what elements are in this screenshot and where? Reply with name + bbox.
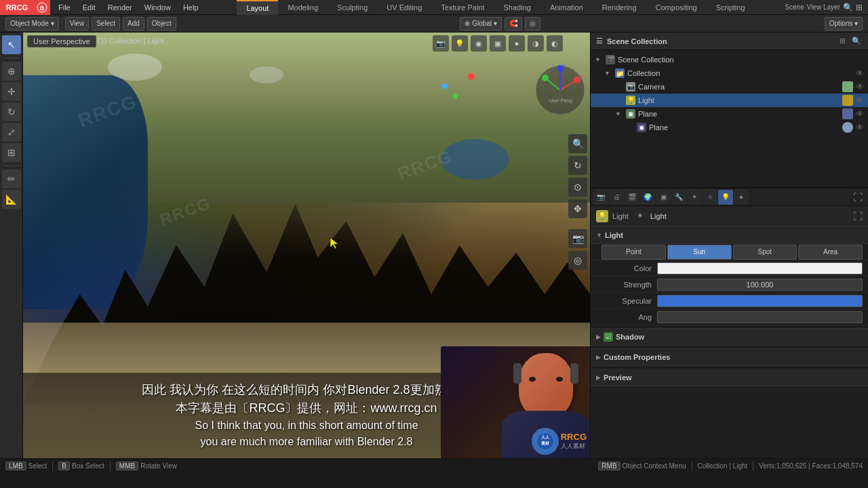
right-tool-vr[interactable]: ◎ bbox=[568, 251, 587, 270]
props-tab-scene[interactable]: 🎬 bbox=[625, 190, 639, 205]
props-panel-expand[interactable]: ⛶ bbox=[850, 190, 865, 205]
gizmo-shading-wire[interactable]: ▣ bbox=[490, 35, 506, 52]
menu-help[interactable]: Help bbox=[178, 2, 204, 13]
tool-measure[interactable]: 📐 bbox=[2, 190, 21, 209]
light-type-spot[interactable]: Spot bbox=[733, 245, 797, 260]
outliner-item-scene-collection[interactable]: ▼ 🎬 Scene Collection bbox=[591, 53, 868, 66]
proportional-toggle[interactable]: ◎ bbox=[525, 17, 540, 30]
status-box-key[interactable]: B bbox=[58, 462, 70, 470]
props-tab-modifiers[interactable]: 🔧 bbox=[671, 190, 686, 205]
right-tool-orbit[interactable]: ⊙ bbox=[568, 178, 587, 197]
props-section-preview-header[interactable]: ▶ Preview bbox=[591, 369, 868, 386]
props-tab-world[interactable]: 🌍 bbox=[640, 190, 655, 205]
props-angle-label: Ang bbox=[596, 313, 657, 321]
viewport-gizmo-buttons: 📷 💡 ◉ ▣ ● ◑ ◐ bbox=[433, 35, 563, 52]
tab-shading[interactable]: Shading bbox=[494, 0, 540, 15]
tab-uv-editing[interactable]: UV Editing bbox=[377, 0, 431, 15]
props-tab-particles[interactable]: ✦ bbox=[687, 190, 702, 205]
gizmo-camera[interactable]: 📷 bbox=[433, 35, 449, 52]
props-tab-object[interactable]: ▣ bbox=[656, 190, 671, 205]
outliner-icon-scene: 🎬 bbox=[606, 55, 615, 64]
menu-edit[interactable]: Edit bbox=[77, 2, 101, 13]
props-tab-render[interactable]: 📷 bbox=[593, 190, 608, 205]
viewport-mode-dropdown[interactable]: User Perspective bbox=[27, 35, 96, 47]
tab-animation[interactable]: Animation bbox=[540, 0, 593, 15]
outliner-filter-icon[interactable]: ⊞ bbox=[836, 35, 848, 47]
tab-sculpting[interactable]: Sculpting bbox=[328, 0, 377, 15]
right-tool-rotate[interactable]: ↻ bbox=[568, 156, 587, 175]
tool-rotate[interactable]: ↻ bbox=[2, 102, 21, 121]
props-tab-output[interactable]: 🖨 bbox=[609, 190, 624, 205]
tool-annotate[interactable]: ✏ bbox=[2, 169, 21, 188]
props-tab-physics[interactable]: ⚛ bbox=[703, 190, 717, 205]
gizmo-shading-solid[interactable]: ● bbox=[509, 35, 525, 52]
gizmo-light[interactable]: 💡 bbox=[452, 35, 468, 52]
main-viewport[interactable]: RRCG RRCG RRCG User Perspective (1) Coll… bbox=[23, 33, 590, 458]
outliner-item-collection[interactable]: ▼ 📁 Collection 👁 bbox=[591, 66, 868, 80]
select-menu[interactable]: Select bbox=[92, 17, 120, 30]
outliner-eye-plane-child[interactable]: 👁 bbox=[856, 123, 864, 132]
status-rotate-key[interactable]: MMB bbox=[116, 462, 138, 470]
outliner-item-plane-child[interactable]: ▶ ▣ Plane 👁 bbox=[591, 121, 868, 134]
gizmo-view-overlay[interactable]: ◉ bbox=[471, 35, 487, 52]
navigation-gizmo[interactable]: X Y Z User Persp bbox=[533, 63, 587, 117]
transform-dropdown[interactable]: ⊕ Global ▾ bbox=[460, 17, 502, 30]
outliner-item-plane[interactable]: ▼ ▣ Plane 👁 bbox=[591, 107, 868, 121]
svg-text:素材: 素材 bbox=[541, 441, 550, 445]
tool-transform[interactable]: ⊞ bbox=[2, 143, 21, 162]
right-tool-pan[interactable]: ✥ bbox=[568, 199, 587, 218]
tool-move[interactable]: ✛ bbox=[2, 82, 21, 101]
tab-texture-paint[interactable]: Texture Paint bbox=[431, 0, 494, 15]
scene-selector[interactable]: Scene View Layer 🔍 ⊞ bbox=[785, 3, 868, 12]
outliner-eye-light[interactable]: 👁 bbox=[856, 96, 864, 105]
props-section-shadow-header[interactable]: ▶ ☑ Shadow bbox=[591, 328, 868, 346]
props-strength-value[interactable]: 100.000 bbox=[657, 279, 863, 291]
props-tab-data-active[interactable]: 💡 bbox=[718, 190, 733, 205]
outliner-eye-plane[interactable]: 👁 bbox=[856, 109, 864, 119]
menu-render[interactable]: Render bbox=[102, 2, 138, 13]
outliner-search-icon[interactable]: 🔍 bbox=[850, 35, 863, 47]
status-select-key[interactable]: LMB bbox=[5, 462, 26, 470]
outliner-header-icons: ⊞ 🔍 bbox=[836, 35, 863, 47]
shadow-checkbox[interactable]: ☑ bbox=[604, 332, 613, 342]
object-mode-dropdown[interactable]: Object Mode ▾ bbox=[5, 17, 59, 30]
right-tool-camera-view[interactable]: 📷 bbox=[568, 229, 587, 248]
view-menu[interactable]: View bbox=[65, 17, 90, 30]
webcam-headphone-left bbox=[513, 363, 521, 384]
status-collection: Collection | Light bbox=[698, 462, 748, 470]
options-dropdown[interactable]: Options ▾ bbox=[825, 17, 863, 30]
outliner-eye-camera[interactable]: 👁 bbox=[856, 82, 864, 92]
menu-window[interactable]: Window bbox=[139, 2, 176, 13]
gizmo-shading-rendered[interactable]: ◑ bbox=[528, 35, 544, 52]
tab-layout[interactable]: Layout bbox=[237, 0, 278, 15]
tab-modeling[interactable]: Modeling bbox=[278, 0, 328, 15]
tab-compositing[interactable]: Compositing bbox=[646, 0, 707, 15]
right-tool-zoom-in[interactable]: 🔍 bbox=[568, 134, 587, 153]
props-section-custom-header[interactable]: ▶ Custom Properties bbox=[591, 348, 868, 366]
props-color-value[interactable] bbox=[657, 262, 863, 274]
tool-select[interactable]: ↖ bbox=[2, 35, 21, 54]
props-specular-value[interactable] bbox=[657, 295, 863, 307]
tab-scripting[interactable]: Scripting bbox=[707, 0, 755, 15]
light-type-sun[interactable]: Sun bbox=[667, 245, 732, 260]
props-angle-value[interactable] bbox=[657, 311, 863, 323]
props-section-light-header[interactable]: ▼ Light bbox=[591, 226, 868, 244]
add-menu[interactable]: Add bbox=[123, 17, 144, 30]
tool-scale[interactable]: ⤢ bbox=[2, 123, 21, 142]
props-tab-material[interactable]: ● bbox=[734, 190, 749, 205]
status-sep-1 bbox=[52, 462, 53, 471]
outliner-eye-collection[interactable]: 👁 bbox=[856, 68, 864, 78]
gizmo-shading-eevee[interactable]: ◐ bbox=[547, 35, 563, 52]
light-type-area[interactable]: Area bbox=[798, 245, 863, 260]
snap-toggle[interactable]: 🧲 bbox=[505, 17, 522, 30]
outliner-item-camera[interactable]: ▶ 📷 Camera 👁 bbox=[591, 80, 868, 94]
light-type-point[interactable]: Point bbox=[601, 245, 666, 260]
status-ctx-key[interactable]: RMB bbox=[598, 462, 620, 470]
svg-text:Y: Y bbox=[536, 72, 540, 78]
object-menu[interactable]: Object bbox=[147, 17, 176, 30]
outliner-item-light[interactable]: ▶ 💡 Light 👁 bbox=[591, 94, 868, 107]
menu-file[interactable]: File bbox=[53, 2, 76, 13]
tool-cursor[interactable]: ⊕ bbox=[2, 62, 21, 81]
tab-rendering[interactable]: Rendering bbox=[593, 0, 646, 15]
props-collapse-all[interactable]: ⛶ bbox=[853, 211, 863, 222]
